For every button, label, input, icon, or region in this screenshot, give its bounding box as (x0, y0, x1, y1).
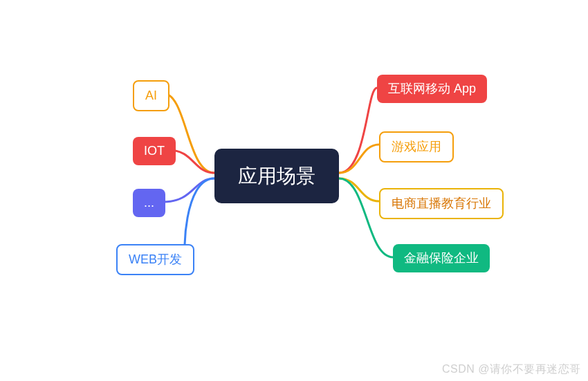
node-label: ... (144, 194, 154, 212)
left-node-ai[interactable]: AI (133, 80, 169, 111)
node-label: 互联网移动 App (388, 80, 476, 97)
node-label: 游戏应用 (392, 138, 441, 156)
mindmap-canvas: 应用场景 AI IOT ... WEB开发 互联网移动 App 游戏应用 电商直… (0, 0, 588, 381)
right-node-game[interactable]: 游戏应用 (379, 131, 454, 162)
node-label: IOT (144, 142, 165, 160)
watermark-text: CSDN @请你不要再迷恋哥 (442, 362, 581, 377)
center-node-label: 应用场景 (238, 162, 315, 189)
center-node[interactable]: 应用场景 (214, 149, 339, 203)
node-label: 电商直播教育行业 (392, 195, 491, 212)
right-node-finance[interactable]: 金融保险企业 (393, 244, 490, 272)
right-node-app[interactable]: 互联网移动 App (377, 75, 487, 103)
left-node-web[interactable]: WEB开发 (116, 244, 194, 275)
node-label: AI (145, 87, 157, 104)
right-node-ecommerce[interactable]: 电商直播教育行业 (379, 188, 504, 219)
node-label: WEB开发 (129, 251, 182, 268)
node-label: 金融保险企业 (404, 250, 479, 267)
left-node-iot[interactable]: IOT (133, 137, 176, 165)
left-node-more[interactable]: ... (133, 189, 165, 217)
